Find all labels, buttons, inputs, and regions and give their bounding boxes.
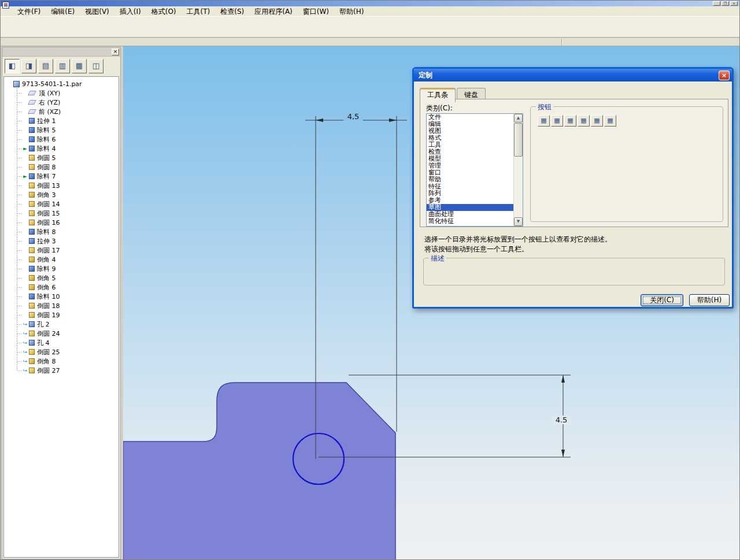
scroll-up-icon[interactable]: ▲ [514, 114, 523, 123]
tree-item-label: 倒角 6 [37, 283, 56, 292]
tree-item[interactable]: ↪倒圆 27 [4, 366, 119, 375]
list-scrollbar[interactable]: ▲ ▼ [513, 114, 523, 226]
menu-item[interactable]: 检查(S) [215, 7, 249, 16]
app-icon[interactable] [2, 2, 9, 9]
round-feature-icon [29, 183, 35, 188]
menu-item[interactable]: 应用程序(A) [249, 7, 298, 16]
tree-item[interactable]: ↪孔 2 [4, 320, 119, 329]
tree-item[interactable]: 除料 6 [4, 135, 119, 144]
round-feature-icon [29, 303, 35, 309]
dim-right-label[interactable]: 4.5 [556, 416, 568, 424]
menu-item[interactable]: 编辑(E) [46, 7, 80, 16]
feature-pathfinder-icon[interactable]: ◧ [5, 59, 20, 73]
tree-item[interactable]: ►除料 7 [4, 172, 119, 181]
tree-item-label: 倒圆 15 [37, 209, 60, 218]
category-item[interactable]: 简化特征 [427, 218, 513, 225]
toolbar-command-button-icon[interactable]: ▦ [578, 115, 590, 127]
tree-item[interactable]: ↪倒角 8 [4, 357, 119, 366]
dim-top-label[interactable]: 4,5 [347, 112, 360, 121]
tree-item[interactable]: 除料 9 [4, 264, 119, 273]
menu-item[interactable]: 文件(F) [12, 7, 46, 16]
tree-item[interactable]: 拉伸 3 [4, 236, 119, 246]
menu-bar: 文件(F)编辑(E)视图(V)插入(I)格式(O)工具(T)检查(S)应用程序(… [1, 6, 740, 16]
link-arrow-icon: ↪ [21, 329, 29, 338]
menu-item[interactable]: 帮助(H) [334, 7, 369, 16]
menu-item[interactable]: 格式(O) [146, 7, 182, 16]
tree-item-label: 倒圆 13 [37, 181, 60, 190]
family-table-icon[interactable]: ▤ [38, 59, 53, 73]
edgebar-header[interactable]: × [2, 47, 120, 57]
dialog-close-action-button[interactable]: 关闭(C) [641, 294, 683, 306]
tree-item[interactable]: 倒圆 13 [4, 181, 119, 190]
tree-item-label: 除料 9 [37, 265, 56, 273]
selection-tools-icon[interactable]: ◫ [88, 59, 103, 73]
tree-item[interactable]: ↪孔 4 [4, 338, 119, 347]
cut-feature-icon [29, 229, 35, 235]
dialog-titlebar[interactable]: 定制 × [414, 69, 732, 81]
tree-item[interactable]: 倒圆 14 [4, 199, 119, 209]
link-arrow-icon: ↪ [21, 348, 29, 356]
minimize-button[interactable]: _ [713, 1, 720, 6]
tree-item[interactable]: ↪倒圆 25 [4, 347, 119, 357]
menu-item[interactable]: 插入(I) [114, 7, 146, 16]
tree-item[interactable]: 除料 8 [4, 227, 119, 236]
tree-item-label: 倒角 8 [37, 357, 56, 366]
toolbar-command-button-icon[interactable]: ▦ [538, 115, 550, 127]
tree-item[interactable]: 倒圆 17 [4, 246, 119, 255]
round-feature-icon [29, 201, 35, 207]
tree-item[interactable]: 倒圆 8 [4, 162, 119, 172]
tree-root[interactable]: 9713-5401-1-1.par [4, 79, 119, 88]
close-button[interactable]: × [730, 1, 738, 6]
toolbar-strip [1, 38, 740, 46]
scrollbar-thumb[interactable] [514, 123, 523, 157]
layers-icon[interactable]: ▥ [55, 59, 70, 73]
plane-feature-icon [28, 109, 36, 114]
cut-feature-icon [29, 146, 35, 151]
part-body[interactable] [123, 383, 395, 560]
tree-item[interactable]: 倒角 6 [4, 283, 119, 292]
tree-item[interactable]: 倒圆 19 [4, 310, 119, 320]
tree-item[interactable]: ↪倒圆 24 [4, 329, 119, 338]
tree-item[interactable]: 前 (XZ) [4, 107, 119, 116]
edgebar-close-button[interactable]: × [112, 49, 119, 55]
tree-item[interactable]: 倒圆 16 [4, 218, 119, 227]
edgebar-panel: × ◧◨▤▥▦◫ 9713-5401-1-1.par 顶 (XY)右 (YZ)前… [2, 47, 121, 559]
tree-item-label: 拉伸 1 [37, 117, 56, 125]
tree-item[interactable]: ►除料 4 [4, 144, 119, 153]
tab-toolbars[interactable]: 工具条 [420, 88, 456, 102]
menu-item[interactable]: 工具(T) [182, 7, 216, 16]
link-arrow-icon: ↪ [21, 357, 29, 365]
tree-item[interactable]: 除料 5 [4, 125, 119, 135]
scroll-down-icon[interactable]: ▼ [514, 217, 523, 226]
sensors-icon[interactable]: ▦ [72, 59, 87, 73]
tree-item[interactable]: 顶 (XY) [4, 88, 119, 98]
toolbar-command-button-icon[interactable]: ▦ [551, 115, 563, 127]
tree-item[interactable]: 倒角 4 [4, 255, 119, 264]
hole-feature-icon [29, 321, 35, 327]
window-titlebar[interactable] [1, 1, 740, 6]
tree-item[interactable]: 倒圆 18 [4, 301, 119, 310]
tree-item[interactable]: 右 (YZ) [4, 98, 119, 107]
part-document-icon [13, 81, 20, 87]
tree-item-label: 除料 6 [37, 135, 56, 144]
rollback-arrow-icon: ► [21, 144, 29, 153]
menu-item[interactable]: 视图(V) [80, 7, 114, 16]
tree-item[interactable]: 倒圆 5 [4, 153, 119, 162]
dialog-close-button[interactable]: × [719, 71, 730, 80]
tree-item-label: 倒圆 25 [37, 348, 60, 357]
tree-item-label: 倒圆 17 [37, 246, 60, 255]
tree-item[interactable]: 拉伸 1 [4, 116, 119, 125]
tree-item[interactable]: 倒角 3 [4, 190, 119, 199]
dialog-help-button[interactable]: 帮助(H) [689, 294, 730, 306]
round-feature-icon [29, 164, 35, 170]
menu-item[interactable]: 窗口(W) [298, 7, 334, 16]
maximize-button[interactable]: ❐ [722, 1, 729, 6]
toolbar-command-button-icon[interactable]: ▦ [564, 115, 576, 127]
tree-item[interactable]: 倒圆 15 [4, 209, 119, 218]
library-icon[interactable]: ◨ [21, 59, 36, 73]
tree-item[interactable]: 除料 10 [4, 292, 119, 301]
toolbar-command-button-icon[interactable]: ▦ [591, 115, 603, 127]
tree-item-label: 倒圆 19 [37, 311, 60, 320]
tree-item[interactable]: 倒角 5 [4, 273, 119, 283]
toolbar-command-button-icon[interactable]: ▦ [604, 115, 616, 127]
